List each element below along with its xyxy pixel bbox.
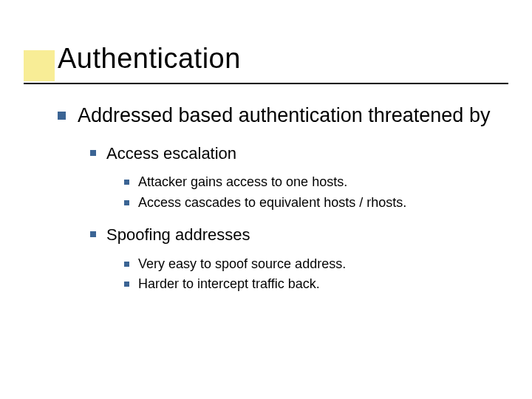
bullet-level2: Spoofing addresses — [90, 225, 508, 245]
bullet-level3: Harder to intercept traffic back. — [124, 276, 508, 293]
bullet-level3-text: Attacker gains access to one hosts. — [138, 174, 347, 191]
bullet-level3: Very easy to spoof source address. — [124, 256, 508, 273]
square-bullet-icon — [124, 282, 129, 287]
square-bullet-icon — [58, 112, 66, 120]
square-bullet-icon — [124, 180, 129, 185]
bullet-level2-text: Access escalation — [106, 143, 236, 164]
bullet-level3-text: Access cascades to equivalent hosts / rh… — [138, 194, 406, 211]
slide-title: Authentication — [58, 43, 241, 75]
bullet-level3: Access cascades to equivalent hosts / rh… — [124, 194, 508, 211]
title-underline — [24, 83, 508, 84]
square-bullet-icon — [90, 150, 96, 156]
bullet-level3-text: Very easy to spoof source address. — [138, 256, 346, 273]
title-accent-square — [24, 50, 55, 81]
bullet-level1: Addressed based authentication threatene… — [58, 103, 508, 129]
bullet-level3-text: Harder to intercept traffic back. — [138, 276, 320, 293]
bullet-level2: Access escalation — [90, 143, 508, 164]
bullet-level2-text: Spoofing addresses — [106, 225, 250, 245]
slide-body: Addressed based authentication threatene… — [58, 103, 508, 293]
square-bullet-icon — [124, 200, 129, 205]
bullet-level3: Attacker gains access to one hosts. — [124, 174, 508, 191]
bullet-level1-text: Addressed based authentication threatene… — [78, 103, 490, 129]
square-bullet-icon — [90, 231, 96, 237]
square-bullet-icon — [124, 262, 129, 267]
